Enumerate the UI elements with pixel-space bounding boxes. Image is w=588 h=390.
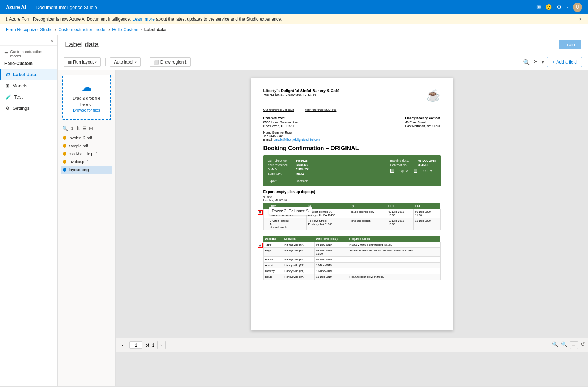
opt-a-label: Opt. A	[400, 169, 408, 173]
breadcrumb-custom-model[interactable]: Custom extraction model	[58, 27, 106, 32]
td2-action	[348, 268, 440, 274]
our-ref-field: Our reference: 3456623	[268, 159, 310, 162]
zoom-fit-icon[interactable]: +	[570, 341, 578, 349]
td2-action	[348, 263, 440, 268]
coffee-icon: ☕	[426, 88, 441, 102]
file-filter-icon[interactable]: ⇅	[76, 126, 80, 131]
file-status-dot	[63, 136, 66, 140]
email-link[interactable]: email6@libertydelightfulsinful.com	[274, 138, 320, 142]
depot-title: Export empty pick up depot(s)	[263, 190, 441, 194]
file-name: invoice.pdf	[69, 160, 88, 164]
zoom-in-icon[interactable]: 🔍	[561, 341, 567, 349]
th-eta: ETA	[413, 203, 440, 209]
booking-right: Booking date: 05-Dec-2018 Contract No: 3…	[390, 159, 436, 176]
learn-more-link[interactable]: Learn more	[133, 17, 155, 22]
table1-icon[interactable]: ⊞	[258, 210, 263, 215]
file-list-icon[interactable]: ☰	[82, 126, 87, 131]
breadcrumb-form-recognizer[interactable]: Form Recognizer Studio	[6, 27, 52, 32]
page-input[interactable]	[129, 341, 142, 349]
toolbar-sep-2	[145, 58, 145, 66]
page-of: of	[145, 343, 149, 348]
td-by2: tone late spoken	[349, 218, 387, 230]
table-row: Monkey Harleysville (PA) 11-Dec-2019	[263, 268, 440, 274]
contact-person: Name Summer River Tel: 34456632 E-mail e…	[263, 131, 441, 142]
notification-suffix: about the latest updates to the service …	[156, 17, 282, 22]
contact-section: Liberty booking contact 40 River Street …	[405, 116, 440, 128]
file-item[interactable]: invoice_2.pdf	[61, 134, 112, 142]
breadcrumb-hello-custom[interactable]: Hello-Custom	[112, 27, 138, 32]
emoji-icon[interactable]: 🙂	[545, 4, 552, 10]
avatar[interactable]: U	[573, 3, 582, 12]
file-item[interactable]: read-ba...de.pdf	[61, 150, 112, 158]
zoom-out-icon[interactable]: 🔍	[552, 341, 558, 349]
table2-icon[interactable]: ⊞	[258, 243, 263, 248]
file-item[interactable]: sample.pdf	[61, 142, 112, 150]
file-grid-icon[interactable]: ⊞	[89, 126, 93, 131]
run-layout-chevron: ▾	[95, 60, 97, 64]
toolbar: ▦ Run layout ▾ Auto label ▾ ⬜ Draw regio…	[58, 54, 588, 70]
upload-zone[interactable]: ☁ Drag & drop filehere or Browse for fil…	[62, 75, 111, 120]
search-icon[interactable]: 🔍	[523, 59, 530, 66]
settings-text: Settings	[13, 105, 30, 111]
sep2: ›	[108, 27, 110, 32]
export-label: Export:	[268, 179, 295, 183]
th2-deadline: Deadline	[263, 236, 283, 242]
add-field-button[interactable]: + Add a field	[547, 57, 582, 67]
td-eta2: 19-Dec-2020	[413, 218, 440, 230]
sidebar-section-title: ☰ Custom extraction model	[0, 46, 57, 60]
sidebar-item-models[interactable]: ⊞ Models	[0, 80, 57, 91]
zoom-reset-icon[interactable]: ↺	[581, 341, 585, 349]
eye-chevron[interactable]: ▾	[542, 60, 544, 65]
draw-region-button[interactable]: ⬜ Draw region ℹ	[150, 57, 191, 67]
run-layout-label: Run layout	[73, 60, 94, 65]
draw-region-label: Draw region	[160, 60, 184, 65]
auto-label-button[interactable]: Auto label ▾	[110, 57, 140, 67]
opt-a-checkbox	[390, 169, 394, 173]
file-item[interactable]: invoice.pdf	[61, 158, 112, 166]
help-icon[interactable]: ?	[566, 4, 568, 10]
file-status-dot	[63, 168, 66, 172]
next-page-button[interactable]: ›	[157, 341, 165, 349]
train-button[interactable]: Train	[559, 40, 581, 49]
zoom-controls: 🔍 🔍 + ↺	[552, 341, 585, 349]
run-layout-button[interactable]: ▦ Run layout ▾	[64, 57, 101, 67]
sidebar-item-settings[interactable]: ⚙ Settings	[0, 103, 57, 114]
ref-line: Our reference: 3456623 Your reference: 2…	[263, 107, 441, 113]
booking-date-label: Booking date:	[390, 159, 417, 162]
auto-label-label: Auto label	[114, 60, 133, 65]
prev-page-button[interactable]: ‹	[119, 341, 126, 349]
notification-close[interactable]: ✕	[579, 17, 582, 22]
mail-icon[interactable]: ✉	[536, 4, 541, 10]
draw-region-icon: ⬜	[154, 60, 159, 65]
upload-cloud-icon: ☁	[67, 81, 106, 93]
td2-deadline: Round	[263, 257, 283, 263]
sidebar-item-test[interactable]: 🧪 Test	[0, 91, 57, 103]
page-footer: Privacy & Cookies © Microsoft 2022	[0, 386, 588, 390]
sep1: ›	[55, 27, 56, 32]
file-item-active[interactable]: layout.png	[61, 166, 112, 174]
file-search-icon[interactable]: 🔍	[62, 126, 68, 131]
breadcrumb: Form Recognizer Studio › Custom extracti…	[0, 24, 588, 35]
pre-table-text: s LaneHeights, MI 48310	[263, 195, 441, 202]
contact-addr2: East Northport, NY 11731	[405, 124, 440, 128]
info-icon: ℹ	[6, 17, 8, 22]
sidebar-item-label-data[interactable]: 🏷 Label data	[0, 69, 57, 80]
td2-dt: 09-Dec-2019	[314, 257, 348, 263]
sidebar: « ☰ Custom extraction model Hello-Custom…	[0, 35, 58, 386]
top-header: Azure AI | Document Intelligence Studio …	[0, 0, 588, 14]
settings-icon[interactable]: ⚙	[557, 4, 561, 10]
table-row: 9 Ketch HarbourAveVincentown, NJ 75 Fawn…	[263, 218, 440, 230]
booking-date-value: 05-Dec-2018	[418, 159, 436, 162]
file-sort-icon[interactable]: ⇕	[70, 126, 74, 131]
td2-deadline: Accent	[263, 263, 283, 268]
browse-link[interactable]: Browse for files	[73, 108, 100, 112]
td2-deadline: Table	[263, 242, 283, 248]
app-name: Document Intelligence Studio	[36, 5, 97, 10]
menu-icon: ☰	[4, 52, 8, 56]
sidebar-toggle[interactable]: «	[0, 35, 57, 46]
file-name: sample.pdf	[69, 144, 88, 148]
opt-b-label: Opt. B	[423, 169, 432, 173]
td-etd2: 12-Dec-201810:00	[387, 218, 413, 230]
td2-deadline: Flight	[263, 248, 283, 257]
eye-icon[interactable]: 👁	[533, 59, 539, 65]
